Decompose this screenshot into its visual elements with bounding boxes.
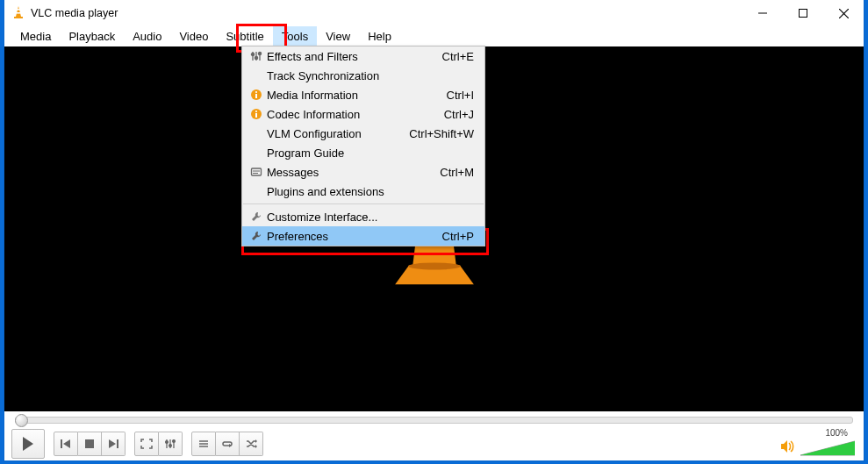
menu-tools-label: Tools	[282, 30, 308, 43]
menuitem-track-sync[interactable]: Track Synchronization	[242, 66, 484, 85]
menu-playback-label: Playback	[68, 30, 115, 43]
volume-control: 100%	[779, 439, 855, 457]
seek-handle[interactable]	[15, 414, 28, 427]
menuitem-shortcut: Ctrl+P	[442, 230, 474, 243]
menu-help[interactable]: Help	[359, 26, 400, 46]
window-title: VLC media player	[31, 7, 118, 19]
maximize-button[interactable]	[783, 0, 823, 26]
svg-point-37	[173, 440, 176, 443]
menuitem-media-info[interactable]: Media Information Ctrl+I	[242, 85, 484, 104]
svg-point-10	[408, 263, 461, 270]
menuitem-codec-info[interactable]: Codec Information Ctrl+J	[242, 104, 484, 124]
menubar: Media Playback Audio Video Subtitle Tool…	[4, 26, 864, 46]
volume-slider[interactable]	[800, 439, 855, 457]
titlebar: VLC media player	[4, 0, 864, 26]
previous-button[interactable]	[54, 432, 78, 456]
volume-percent: 100%	[825, 428, 848, 438]
svg-rect-29	[85, 439, 94, 448]
seek-track[interactable]	[15, 417, 853, 424]
svg-rect-27	[61, 439, 62, 448]
svg-rect-21	[255, 113, 257, 118]
menuitem-shortcut: Ctrl+I	[447, 89, 474, 102]
app-window: VLC media player Media Playback Audio Vi…	[4, 0, 864, 460]
minimize-button[interactable]	[742, 0, 783, 26]
extended-settings-button[interactable]	[159, 432, 183, 456]
menuitem-label: Effects and Filters	[267, 50, 442, 63]
svg-marker-42	[255, 439, 257, 443]
playlist-button[interactable]	[191, 432, 216, 456]
svg-marker-0	[16, 6, 21, 17]
svg-rect-5	[800, 10, 807, 18]
menuitem-label: VLM Configuration	[267, 127, 409, 140]
seek-bar[interactable]	[4, 413, 864, 427]
skip-group	[54, 432, 126, 456]
menu-subtitle-label: Subtitle	[226, 30, 263, 43]
svg-rect-23	[252, 168, 262, 175]
menuitem-messages[interactable]: Messages Ctrl+M	[242, 162, 484, 182]
menu-video-label: Video	[179, 30, 208, 43]
menuitem-label: Codec Information	[267, 108, 444, 121]
menuitem-customize-interface[interactable]: Customize Interface...	[242, 207, 484, 226]
svg-marker-43	[255, 445, 257, 448]
svg-marker-30	[109, 439, 116, 448]
menu-media[interactable]: Media	[11, 26, 60, 46]
menu-audio-label: Audio	[133, 30, 161, 43]
svg-point-22	[255, 111, 257, 112]
menu-tools[interactable]: Tools	[273, 26, 317, 46]
menuitem-shortcut: Ctrl+Shift+W	[409, 127, 474, 140]
menuitem-label: Preferences	[267, 230, 442, 243]
svg-point-15	[255, 56, 257, 59]
menu-media-label: Media	[20, 30, 51, 43]
menuitem-vlm-config[interactable]: VLM Configuration Ctrl+Shift+W	[242, 124, 484, 143]
window-controls	[742, 0, 864, 26]
shuffle-button[interactable]	[240, 432, 263, 456]
playback-controls: 100%	[4, 427, 864, 460]
info-icon	[246, 89, 267, 101]
menuitem-effects-filters[interactable]: Effects and Filters Ctrl+E	[242, 46, 484, 66]
menuitem-label: Program Guide	[267, 146, 474, 160]
next-button[interactable]	[102, 432, 126, 456]
menuitem-program-guide[interactable]: Program Guide	[242, 143, 484, 162]
svg-point-16	[258, 52, 261, 54]
menu-audio[interactable]: Audio	[124, 26, 170, 46]
menu-help-label: Help	[368, 30, 391, 43]
menuitem-plugins[interactable]: Plugins and extensions	[242, 182, 484, 201]
menuitem-preferences[interactable]: Preferences Ctrl+P	[242, 226, 484, 246]
messages-icon	[246, 166, 267, 178]
vlc-cone-icon	[11, 5, 25, 22]
wrench-icon	[246, 230, 267, 242]
svg-point-36	[169, 445, 172, 447]
menuitem-label: Media Information	[267, 89, 447, 102]
svg-point-19	[255, 91, 257, 93]
menu-subtitle[interactable]: Subtitle	[217, 26, 272, 46]
menuitem-label: Plugins and extensions	[267, 185, 474, 198]
menuitem-label: Messages	[267, 166, 440, 179]
menu-view[interactable]: View	[317, 26, 359, 46]
menuitem-shortcut: Ctrl+E	[442, 50, 474, 63]
svg-marker-26	[23, 437, 33, 451]
view-group	[134, 432, 183, 456]
menuitem-label: Customize Interface...	[267, 211, 474, 224]
play-button[interactable]	[11, 429, 45, 459]
bottom-panel: 100%	[4, 413, 864, 460]
menu-separator	[243, 203, 484, 204]
menuitem-label: Track Synchronization	[267, 69, 474, 82]
loop-button[interactable]	[216, 432, 240, 456]
speaker-icon[interactable]	[779, 439, 795, 457]
sliders-icon	[246, 50, 267, 62]
svg-marker-28	[63, 439, 70, 448]
stop-button[interactable]	[78, 432, 102, 456]
wrench-icon	[246, 211, 267, 223]
menu-playback[interactable]: Playback	[60, 26, 124, 46]
close-button[interactable]	[823, 0, 864, 26]
svg-rect-31	[117, 439, 118, 448]
fullscreen-button[interactable]	[134, 432, 159, 456]
svg-rect-1	[17, 9, 20, 11]
playlist-group	[191, 432, 263, 456]
menu-view-label: View	[326, 30, 350, 43]
svg-rect-3	[14, 17, 23, 18]
svg-rect-18	[255, 94, 257, 98]
menu-video[interactable]: Video	[170, 26, 217, 46]
svg-rect-2	[16, 12, 20, 14]
menuitem-shortcut: Ctrl+M	[440, 166, 474, 179]
